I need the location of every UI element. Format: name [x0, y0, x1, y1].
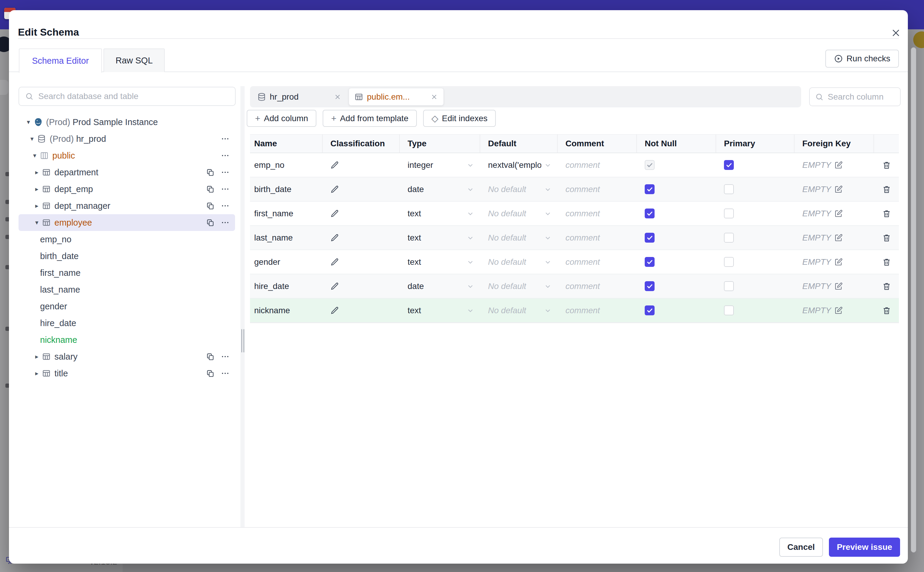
editor-tab-hr-prod[interactable]: hr_prod — [252, 88, 347, 106]
more-menu-icon[interactable] — [220, 151, 230, 161]
cell-name[interactable]: first_name — [250, 202, 322, 225]
panel-resize-gutter[interactable] — [240, 86, 245, 527]
caret-right-icon[interactable]: ▸ — [33, 202, 41, 210]
trash-icon[interactable] — [882, 161, 891, 169]
cell-default[interactable]: No default — [480, 177, 558, 201]
copy-icon[interactable] — [205, 351, 215, 362]
tree-item-department[interactable]: ▸department — [19, 164, 235, 181]
trash-icon[interactable] — [882, 258, 891, 267]
tree-item-emp-no[interactable]: emp_no — [19, 231, 235, 248]
tree-item-birth-date[interactable]: birth_date — [19, 248, 235, 264]
cell-default[interactable]: No default — [480, 298, 558, 322]
edit-foreign-key-icon[interactable] — [834, 233, 843, 242]
cell-default[interactable]: No default — [480, 250, 558, 274]
cell-name[interactable]: last_name — [250, 226, 322, 250]
edit-pencil-icon[interactable] — [330, 306, 340, 315]
add-column-button[interactable]: +Add column — [247, 110, 316, 127]
edit-pencil-icon[interactable] — [330, 209, 340, 218]
trash-icon[interactable] — [882, 306, 891, 315]
cell-comment[interactable]: comment — [558, 153, 637, 177]
more-menu-icon[interactable] — [220, 351, 230, 362]
edit-foreign-key-icon[interactable] — [834, 185, 843, 194]
tree-item-dept-manager[interactable]: ▸dept_manager — [19, 197, 235, 214]
tree-item-last-name[interactable]: last_name — [19, 281, 235, 298]
tree-item-public[interactable]: ▾public — [19, 147, 235, 164]
caret-down-icon[interactable]: ▾ — [28, 135, 36, 142]
copy-icon[interactable] — [205, 218, 215, 228]
copy-icon[interactable] — [205, 201, 215, 211]
cell-default[interactable]: No default — [480, 274, 558, 298]
caret-right-icon[interactable]: ▸ — [33, 353, 41, 360]
cancel-button[interactable]: Cancel — [779, 538, 823, 557]
close-tab-icon[interactable] — [334, 93, 341, 101]
cell-name[interactable]: gender — [250, 250, 322, 274]
cell-name[interactable]: birth_date — [250, 177, 322, 201]
tree-item-hr-prod[interactable]: ▾(Prod) hr_prod — [19, 131, 235, 147]
more-menu-icon[interactable] — [220, 201, 230, 211]
run-checks-button[interactable]: Run checks — [825, 50, 899, 68]
checkbox-unchecked[interactable] — [724, 208, 734, 218]
cell-default[interactable]: nextval('employ — [480, 153, 558, 177]
edit-foreign-key-icon[interactable] — [834, 209, 843, 218]
checkbox-unchecked[interactable] — [724, 233, 734, 242]
trash-icon[interactable] — [882, 209, 891, 218]
checkbox-checked-disabled[interactable] — [645, 160, 654, 170]
tree-item-nickname[interactable]: nickname — [19, 331, 235, 348]
edit-pencil-icon[interactable] — [330, 258, 340, 267]
trash-icon[interactable] — [882, 185, 891, 194]
checkbox-checked[interactable] — [645, 184, 654, 194]
edit-foreign-key-icon[interactable] — [834, 258, 843, 267]
checkbox-checked[interactable] — [645, 257, 654, 267]
cell-comment[interactable]: comment — [558, 250, 637, 274]
more-menu-icon[interactable] — [220, 218, 230, 228]
cell-comment[interactable]: comment — [558, 202, 637, 225]
cell-comment[interactable]: comment — [558, 298, 637, 322]
copy-icon[interactable] — [205, 368, 215, 378]
cell-type[interactable]: text — [400, 250, 480, 274]
checkbox-checked[interactable] — [645, 233, 654, 242]
edit-foreign-key-icon[interactable] — [834, 306, 843, 315]
caret-down-icon[interactable]: ▾ — [25, 118, 32, 126]
cell-type[interactable]: text — [400, 202, 480, 225]
copy-icon[interactable] — [205, 184, 215, 194]
checkbox-unchecked[interactable] — [724, 281, 734, 291]
edit-pencil-icon[interactable] — [330, 282, 340, 291]
cell-default[interactable]: No default — [480, 226, 558, 250]
checkbox-checked[interactable] — [645, 305, 654, 315]
editor-tab-public-em-[interactable]: public.em... — [349, 88, 444, 106]
tree-search-input[interactable] — [38, 91, 235, 101]
checkbox-unchecked[interactable] — [724, 305, 734, 315]
cell-name[interactable]: emp_no — [250, 153, 322, 177]
trash-icon[interactable] — [882, 233, 891, 242]
close-icon[interactable] — [889, 26, 902, 39]
tree-item-salary[interactable]: ▸salary — [19, 348, 235, 365]
tree-item-prod-sample-instance[interactable]: ▾(Prod) Prod Sample Instance — [19, 114, 235, 131]
caret-right-icon[interactable]: ▸ — [33, 185, 41, 193]
edit-pencil-icon[interactable] — [330, 233, 340, 242]
cell-name[interactable]: hire_date — [250, 274, 322, 298]
edit-foreign-key-icon[interactable] — [834, 161, 843, 169]
edit-foreign-key-icon[interactable] — [834, 282, 843, 291]
cell-comment[interactable]: comment — [558, 226, 637, 250]
page-scrollbar-thumb[interactable] — [911, 47, 916, 553]
tab-schema-editor[interactable]: Schema Editor — [19, 48, 102, 73]
add-from-template-button[interactable]: +Add from template — [322, 110, 417, 127]
more-menu-icon[interactable] — [220, 167, 230, 177]
edit-pencil-icon[interactable] — [330, 185, 340, 194]
caret-right-icon[interactable]: ▸ — [33, 370, 41, 377]
cell-name[interactable]: nickname — [250, 298, 322, 322]
checkbox-checked[interactable] — [724, 160, 734, 170]
cell-type[interactable]: integer — [400, 153, 480, 177]
cell-type[interactable]: date — [400, 274, 480, 298]
caret-down-icon[interactable]: ▾ — [31, 152, 39, 159]
edit-indexes-button[interactable]: ◇Edit indexes — [423, 110, 496, 127]
tree-item-first-name[interactable]: first_name — [19, 264, 235, 281]
checkbox-unchecked[interactable] — [724, 257, 734, 267]
caret-down-icon[interactable]: ▾ — [33, 219, 41, 226]
checkbox-checked[interactable] — [645, 208, 654, 218]
caret-right-icon[interactable]: ▸ — [33, 169, 41, 176]
copy-icon[interactable] — [205, 167, 215, 177]
tree-item-dept-emp[interactable]: ▸dept_emp — [19, 181, 235, 197]
cell-default[interactable]: No default — [480, 202, 558, 225]
close-tab-icon[interactable] — [430, 93, 438, 101]
